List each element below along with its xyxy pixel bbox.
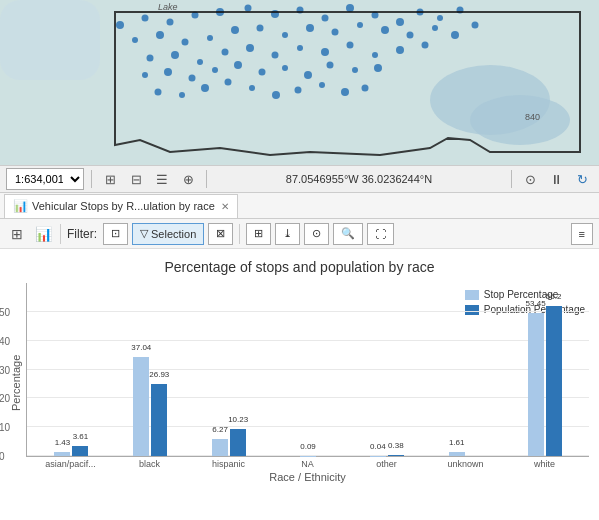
bar-value-label: 0.38 [388, 441, 404, 450]
svg-point-20 [132, 37, 138, 43]
svg-rect-4 [0, 0, 100, 80]
svg-point-58 [155, 89, 162, 96]
tab-chart-icon: 📊 [13, 199, 28, 213]
coordinate-display: 87.0546955°W 36.0236244°N [214, 173, 504, 185]
svg-point-25 [257, 25, 264, 32]
bar-value-label: 56.2 [546, 292, 562, 301]
y-tick-label: 20 [0, 393, 10, 404]
bar-group: 0.040.38 [347, 455, 426, 456]
y-tick-label: 10 [0, 422, 10, 433]
svg-point-6 [142, 15, 149, 22]
bar-value-label: 6.27 [212, 425, 228, 434]
map-action-1[interactable]: ⊙ [519, 168, 541, 190]
svg-point-26 [282, 32, 288, 38]
svg-point-42 [321, 48, 329, 56]
svg-point-56 [352, 67, 358, 73]
svg-point-43 [347, 42, 354, 49]
map-refresh[interactable]: ↻ [571, 168, 593, 190]
x-axis-label: asian/pacif... [31, 459, 110, 469]
pop-bar: 0.38 [388, 455, 404, 456]
bar-value-label: 0.04 [370, 442, 386, 451]
svg-point-57 [374, 64, 382, 72]
svg-point-64 [295, 87, 302, 94]
filter-selection-btn[interactable]: ▽ Selection [132, 223, 204, 245]
svg-point-52 [259, 69, 266, 76]
chart-plot: 010203040501.433.6137.0426.936.2710.230.… [26, 283, 589, 457]
stop-bar: 1.43 [54, 452, 70, 456]
x-axis-label: NA [268, 459, 347, 469]
bar-group: 6.2710.23 [190, 429, 269, 456]
svg-point-14 [346, 4, 354, 12]
filter-icon-btn[interactable]: ⊡ [103, 223, 128, 245]
filter-zoom-btn[interactable]: 🔍 [333, 223, 363, 245]
svg-point-55 [327, 62, 334, 69]
filter-extra-btn[interactable]: ⊠ [208, 223, 233, 245]
filter-map-btn[interactable]: ⊙ [304, 223, 329, 245]
map-action-2[interactable]: ⏸ [545, 168, 567, 190]
svg-point-51 [234, 61, 242, 69]
map-tool-4[interactable]: ⊕ [177, 168, 199, 190]
bar-group: 37.0426.93 [111, 357, 190, 456]
x-axis-title: Race / Ethnicity [26, 471, 589, 483]
svg-point-48 [164, 68, 172, 76]
y-tick-label: 0 [0, 451, 5, 462]
svg-point-40 [272, 52, 279, 59]
x-axis-label: black [110, 459, 189, 469]
svg-point-27 [306, 24, 314, 32]
chart-container: Percentage 010203040501.433.6137.0426.93… [10, 283, 589, 483]
x-axis-label: hispanic [189, 459, 268, 469]
map-area: Lake 840 [0, 0, 599, 165]
filter-fullscreen-btn[interactable]: ⛶ [367, 223, 394, 245]
svg-text:Lake: Lake [158, 2, 178, 12]
stop-bar: 37.04 [133, 357, 149, 456]
svg-point-54 [304, 71, 312, 79]
scale-select[interactable]: 1:634,001 [6, 168, 84, 190]
pop-bar: 56.2 [546, 306, 562, 456]
filter-sep-1 [60, 224, 61, 244]
svg-point-31 [407, 32, 414, 39]
tab-vehicular-stops[interactable]: 📊 Vehicular Stops by R...ulation by race… [4, 194, 238, 218]
toolbar-separator-3 [511, 170, 512, 188]
chart-title: Percentage of stops and population by ra… [10, 259, 589, 275]
svg-point-35 [147, 55, 154, 62]
svg-point-33 [451, 31, 459, 39]
toolbar-chart-icon[interactable]: 📊 [32, 223, 54, 245]
pop-bar: 10.23 [230, 429, 246, 456]
stop-bar: 6.27 [212, 439, 228, 456]
pop-bar: 26.93 [151, 384, 167, 456]
svg-point-5 [116, 21, 124, 29]
filter-sep-2 [239, 224, 240, 244]
svg-point-37 [197, 59, 203, 65]
svg-point-50 [212, 67, 218, 73]
svg-point-36 [171, 51, 179, 59]
tab-bar: 📊 Vehicular Stops by R...ulation by race… [0, 193, 599, 219]
x-axis-label: white [505, 459, 584, 469]
stop-bar: 1.61 [449, 452, 465, 456]
svg-point-63 [272, 91, 280, 99]
chart-inner: 010203040501.433.6137.0426.936.2710.230.… [26, 283, 589, 483]
svg-point-28 [332, 29, 339, 36]
chart-area: Percentage of stops and population by ra… [0, 249, 599, 510]
filter-funnel-icon: ▽ [140, 227, 148, 240]
svg-point-13 [322, 15, 329, 22]
filter-table-btn[interactable]: ⊞ [246, 223, 271, 245]
map-toolbar: 1:634,001 ⊞ ⊟ ☰ ⊕ 87.0546955°W 36.023624… [0, 165, 599, 193]
svg-point-3 [470, 95, 570, 145]
bar-value-label: 10.23 [228, 415, 248, 424]
toolbar-icon-1[interactable]: ⊞ [6, 223, 28, 245]
svg-point-45 [396, 46, 404, 54]
map-tool-3[interactable]: ☰ [151, 168, 173, 190]
filter-options-btn[interactable]: ≡ [571, 223, 593, 245]
tab-close-button[interactable]: ✕ [221, 201, 229, 212]
svg-text:840: 840 [525, 112, 540, 122]
bar-value-label: 0.09 [300, 442, 316, 451]
svg-point-67 [362, 85, 369, 92]
map-tool-1[interactable]: ⊞ [99, 168, 121, 190]
filter-export-btn[interactable]: ⤓ [275, 223, 300, 245]
bar-group: 53.4556.2 [505, 306, 584, 456]
svg-point-10 [245, 5, 252, 12]
y-tick-label: 30 [0, 364, 10, 375]
svg-point-60 [201, 84, 209, 92]
map-tool-2[interactable]: ⊟ [125, 168, 147, 190]
svg-point-62 [249, 85, 255, 91]
